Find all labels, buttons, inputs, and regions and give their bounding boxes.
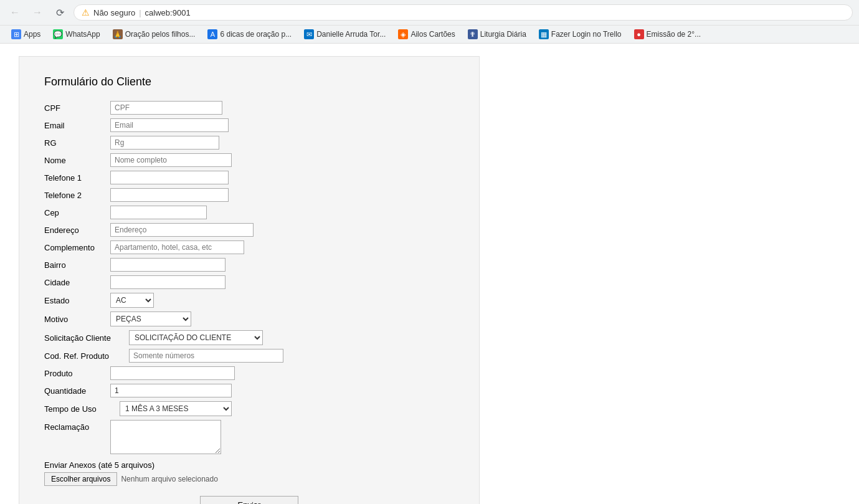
- form-row-solicitacao: Solicitação Cliente SOLICITAÇÃO DO CLIEN…: [44, 330, 454, 345]
- label-reclamacao: Reclamação: [44, 422, 107, 432]
- label-estado: Estado: [44, 296, 107, 305]
- bookmark-label-fazer-login: Fazer Login no Trello: [551, 30, 622, 39]
- file-choose-button[interactable]: Escolher arquivos: [44, 472, 117, 486]
- bookmark-emissao[interactable]: ●Emissão de 2°...: [629, 27, 706, 41]
- label-cidade: Cidade: [44, 278, 107, 287]
- url-display: calweb:9001: [145, 8, 191, 17]
- form-container: Formulário do Cliente CPF Email RG Nome …: [19, 56, 480, 504]
- label-motivo: Motivo: [44, 315, 107, 324]
- input-telefone2[interactable]: [110, 188, 229, 202]
- input-complemento[interactable]: [110, 240, 244, 254]
- form-row-cidade: Cidade: [44, 275, 454, 289]
- form-row-motivo: Motivo PEÇASSERVIÇOTROCAOUTROS: [44, 311, 454, 326]
- browser-toolbar: ← → ⟳ ⚠ Não seguro | calweb:9001: [0, 0, 859, 25]
- bookmark-icon-whatsapp: 💬: [53, 29, 63, 39]
- label-quantidade: Quantidade: [44, 386, 107, 396]
- browser-chrome: ← → ⟳ ⚠ Não seguro | calweb:9001 ⊞Apps💬W…: [0, 0, 859, 44]
- select-tempo[interactable]: 1 MÊS A 3 MESES3 MESES A 6 MESES6 MESES …: [120, 401, 232, 416]
- input-rg[interactable]: [110, 136, 219, 150]
- bookmark-6dicas[interactable]: A6 dicas de oração p...: [202, 27, 297, 41]
- bookmark-icon-liturgia: ✟: [468, 29, 478, 39]
- label-tempo: Tempo de Uso: [44, 404, 116, 414]
- form-row-produto: Produto: [44, 366, 454, 380]
- bookmark-danielle[interactable]: ✉Danielle Arruda Tor...: [299, 27, 391, 41]
- textarea-reclamacao[interactable]: [110, 420, 221, 454]
- address-bar[interactable]: ⚠ Não seguro | calweb:9001: [74, 4, 853, 21]
- form-row-bairro: Bairro: [44, 258, 454, 272]
- form-row-telefone1: Telefone 1: [44, 171, 454, 184]
- form-row-complemento: Complemento: [44, 240, 454, 254]
- file-section-label: Enviar Anexos (até 5 arquivos): [44, 460, 454, 470]
- input-endereco[interactable]: [110, 223, 254, 237]
- bookmarks-bar: ⊞Apps💬WhatsApp🙏Oração pelos filhos...A6 …: [0, 25, 859, 43]
- label-bairro: Bairro: [44, 260, 107, 270]
- bookmark-oracao[interactable]: 🙏Oração pelos filhos...: [108, 27, 201, 41]
- label-endereco: Endereço: [44, 226, 107, 235]
- label-email: Email: [44, 121, 107, 130]
- bookmark-label-liturgia: Liturgia Diária: [480, 30, 526, 39]
- label-telefone2: Telefone 2: [44, 191, 107, 200]
- input-nome[interactable]: [110, 153, 232, 167]
- label-rg: RG: [44, 138, 107, 148]
- form-row-cod-ref: Cod. Ref. Produto: [44, 349, 454, 363]
- input-cpf[interactable]: [110, 101, 222, 115]
- bookmark-label-apps: Apps: [24, 30, 40, 39]
- select-estado[interactable]: ACALAPAMBACEDFESGOMAMTMSMGPAPBPRPEPIRJRN…: [110, 293, 154, 308]
- label-produto: Produto: [44, 369, 107, 378]
- bookmark-label-ailos: Ailos Cartões: [411, 30, 455, 39]
- bookmark-label-danielle: Danielle Arruda Tor...: [316, 30, 386, 39]
- form-row-reclamacao: Reclamação: [44, 420, 454, 454]
- form-title: Formulário do Cliente: [44, 75, 454, 88]
- form-row-nome: Nome: [44, 153, 454, 167]
- bookmark-apps[interactable]: ⊞Apps: [6, 27, 45, 41]
- bookmark-whatsapp[interactable]: 💬WhatsApp: [48, 27, 105, 41]
- input-bairro[interactable]: [110, 258, 225, 272]
- bookmark-label-6dicas: 6 dicas de oração p...: [220, 30, 292, 39]
- bookmark-icon-apps: ⊞: [11, 29, 21, 39]
- bookmark-label-oracao: Oração pelos filhos...: [125, 30, 196, 39]
- input-quantidade[interactable]: [110, 384, 232, 397]
- form-row-email: Email: [44, 118, 454, 132]
- reload-button[interactable]: ⟳: [51, 4, 69, 21]
- label-cod-ref: Cod. Ref. Produto: [44, 351, 125, 361]
- select-motivo[interactable]: PEÇASSERVIÇOTROCAOUTROS: [110, 311, 191, 326]
- form-row-endereco: Endereço: [44, 223, 454, 237]
- form-row-rg: RG: [44, 136, 454, 150]
- label-cep: Cep: [44, 208, 107, 217]
- input-produto[interactable]: [110, 366, 235, 380]
- select-solicitacao[interactable]: SOLICITAÇÃO DO CLIENTEGARANTIAASSISTÊNCI…: [129, 330, 263, 345]
- form-row-estado: Estado ACALAPAMBACEDFESGOMAMTMSMGPAPBPRP…: [44, 293, 454, 308]
- input-cidade[interactable]: [110, 275, 225, 289]
- label-cpf: CPF: [44, 103, 107, 113]
- bookmark-liturgia[interactable]: ✟Liturgia Diária: [463, 27, 531, 41]
- label-nome: Nome: [44, 156, 107, 165]
- label-telefone1: Telefone 1: [44, 173, 107, 183]
- label-solicitacao: Solicitação Cliente: [44, 333, 125, 343]
- bookmark-icon-ailos: ◈: [398, 29, 408, 39]
- forward-button[interactable]: →: [29, 4, 46, 21]
- input-telefone1[interactable]: [110, 171, 229, 184]
- bookmark-icon-fazer-login: ▦: [539, 29, 549, 39]
- form-row-telefone2: Telefone 2: [44, 188, 454, 202]
- form-row-cpf: CPF: [44, 101, 454, 115]
- security-icon: ⚠: [82, 7, 90, 17]
- bookmark-fazer-login[interactable]: ▦Fazer Login no Trello: [534, 27, 627, 41]
- bookmark-label-whatsapp: WhatsApp: [65, 30, 100, 39]
- security-label: Não seguro: [93, 8, 135, 17]
- label-complemento: Complemento: [44, 243, 107, 252]
- page-content: Formulário do Cliente CPF Email RG Nome …: [0, 44, 859, 504]
- form-row-quantidade: Quantidade: [44, 384, 454, 397]
- bookmark-ailos[interactable]: ◈Ailos Cartões: [393, 27, 460, 41]
- bookmark-icon-emissao: ●: [634, 29, 644, 39]
- file-status: Nenhum arquivo selecionado: [121, 475, 217, 483]
- submit-button[interactable]: Enviar: [200, 496, 299, 504]
- input-cod-ref[interactable]: [129, 349, 283, 363]
- input-email[interactable]: [110, 118, 229, 132]
- form-row-cep: Cep: [44, 206, 454, 219]
- bookmark-icon-oracao: 🙏: [113, 29, 123, 39]
- back-button[interactable]: ←: [6, 4, 24, 21]
- bookmark-label-emissao: Emissão de 2°...: [647, 30, 701, 39]
- form-row-tempo: Tempo de Uso 1 MÊS A 3 MESES3 MESES A 6 …: [44, 401, 454, 416]
- file-section: Enviar Anexos (até 5 arquivos) Escolher …: [44, 460, 454, 486]
- input-cep[interactable]: [110, 206, 207, 219]
